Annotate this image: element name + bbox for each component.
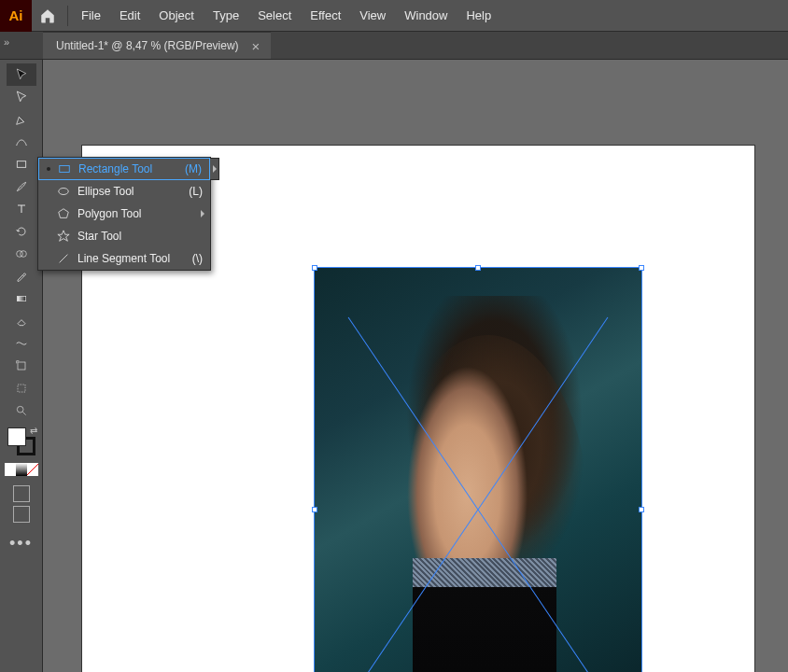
toolbar: ⇄ •••: [0, 60, 43, 672]
close-icon[interactable]: ×: [252, 38, 260, 54]
collapse-icon[interactable]: »: [0, 35, 13, 49]
menu-effect[interactable]: Effect: [301, 0, 350, 32]
flyout-label: Line Segment Tool: [77, 252, 170, 265]
flyout-label: Polygon Tool: [77, 207, 142, 220]
zoom-tool[interactable]: [7, 399, 36, 422]
draw-behind-icon[interactable]: [13, 506, 30, 523]
placed-image[interactable]: [314, 267, 642, 672]
svg-rect-3: [17, 296, 25, 301]
menu-window[interactable]: Window: [395, 0, 457, 32]
rotate-tool[interactable]: [7, 220, 36, 243]
paintbrush-tool[interactable]: [7, 175, 36, 198]
rectangle-tool[interactable]: [7, 153, 36, 175]
svg-point-2: [20, 251, 26, 258]
flyout-shortcut: (\): [192, 252, 203, 265]
svg-point-6: [17, 406, 23, 413]
flyout-label: Ellipse Tool: [77, 185, 134, 198]
menu-select[interactable]: Select: [248, 0, 301, 32]
polygon-icon: [57, 207, 70, 220]
curvature-tool[interactable]: [7, 131, 36, 153]
document-tab-label: Untitled-1* @ 8,47 % (RGB/Preview): [56, 39, 239, 52]
flyout-line-segment-tool[interactable]: Line Segment Tool (\): [38, 247, 210, 270]
flyout-shortcut: (M): [185, 162, 202, 175]
flyout-rectangle-tool[interactable]: Rectangle Tool (M): [38, 158, 210, 180]
draw-normal-icon[interactable]: [13, 485, 30, 502]
tearoff-handle[interactable]: [210, 158, 219, 180]
fill-swatch[interactable]: [7, 427, 26, 446]
app-logo-icon: Ai: [0, 0, 32, 32]
menu-bar: Ai File Edit Object Type Select Effect V…: [0, 0, 788, 32]
color-gradient-icon[interactable]: [16, 463, 27, 476]
selection-tool[interactable]: [7, 63, 36, 86]
document-tab[interactable]: Untitled-1* @ 8,47 % (RGB/Preview) ×: [43, 32, 271, 59]
home-icon[interactable]: [32, 0, 63, 32]
flyout-polygon-tool[interactable]: Polygon Tool: [38, 203, 210, 225]
menu-object[interactable]: Object: [149, 0, 204, 32]
menu-type[interactable]: Type: [204, 0, 248, 32]
swap-fill-stroke-icon[interactable]: ⇄: [30, 426, 37, 436]
fill-stroke-swatch[interactable]: ⇄: [7, 427, 35, 455]
divider: [67, 6, 68, 26]
shape-builder-tool[interactable]: [7, 243, 36, 265]
menu-file[interactable]: File: [72, 0, 110, 32]
tab-bar: Untitled-1* @ 8,47 % (RGB/Preview) ×: [0, 32, 788, 60]
color-solid-icon[interactable]: [5, 463, 16, 476]
gradient-tool[interactable]: [7, 287, 36, 310]
flyout-label: Rectangle Tool: [78, 162, 152, 175]
rect-icon: [58, 162, 71, 175]
flyout-shortcut: (L): [189, 185, 203, 198]
star-icon: [57, 230, 70, 243]
eyedropper-tool[interactable]: [7, 265, 36, 287]
menu-view[interactable]: View: [350, 0, 395, 32]
pen-tool[interactable]: [7, 108, 36, 131]
svg-point-8: [59, 189, 69, 195]
flyout-star-tool[interactable]: Star Tool: [38, 225, 210, 247]
line-icon: [57, 252, 70, 265]
more-tools-icon[interactable]: •••: [9, 534, 33, 553]
canvas-area[interactable]: [43, 60, 788, 672]
color-mode-row: [5, 463, 38, 476]
shape-tool-flyout: Rectangle Tool (M) Ellipse Tool (L) Poly…: [37, 157, 211, 271]
svg-rect-5: [18, 385, 25, 392]
svg-rect-7: [60, 166, 70, 173]
draw-mode-group: [13, 485, 30, 523]
menu-edit[interactable]: Edit: [110, 0, 149, 32]
svg-rect-0: [17, 161, 25, 168]
svg-marker-10: [58, 231, 69, 241]
artboard-tool[interactable]: [7, 377, 36, 399]
svg-rect-4: [18, 362, 25, 370]
active-dot-icon: [47, 167, 50, 171]
svg-point-1: [16, 251, 22, 258]
flyout-label: Star Tool: [77, 230, 121, 243]
flyout-ellipse-tool[interactable]: Ellipse Tool (L): [38, 180, 210, 203]
type-tool[interactable]: [7, 198, 36, 220]
svg-marker-9: [59, 209, 69, 218]
color-none-icon[interactable]: [27, 463, 38, 476]
eraser-tool[interactable]: [7, 310, 36, 332]
menu-help[interactable]: Help: [457, 0, 500, 32]
free-transform-tool[interactable]: [7, 355, 36, 377]
direct-selection-tool[interactable]: [7, 86, 36, 108]
width-tool[interactable]: [7, 332, 36, 355]
ellipse-icon: [57, 185, 70, 198]
